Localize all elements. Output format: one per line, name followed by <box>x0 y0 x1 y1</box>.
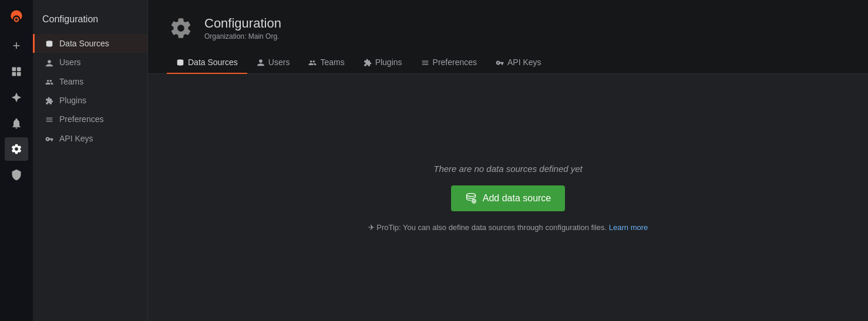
add-nav-button[interactable]: + <box>5 34 28 58</box>
datasource-tab-icon <box>176 58 184 67</box>
svg-rect-5 <box>12 72 16 76</box>
page-title: Configuration <box>204 16 281 31</box>
tab-plugins[interactable]: Plugins <box>354 52 412 74</box>
submenu-item-label: Plugins <box>59 96 86 105</box>
page-header-text: Configuration Organization: Main Org. <box>204 16 281 40</box>
tab-data-sources[interactable]: Data Sources <box>167 52 247 74</box>
teams-tab-icon <box>308 58 317 67</box>
sidebar-narrow: + <box>0 0 33 321</box>
plugins-submenu-icon <box>44 96 55 105</box>
tab-label: Users <box>268 58 290 67</box>
apikeys-submenu-icon <box>44 133 55 143</box>
server-admin-nav-button[interactable] <box>5 163 28 187</box>
dashboards-nav-button[interactable] <box>5 60 28 83</box>
add-button-label: Add data source <box>483 193 551 204</box>
learn-more-link[interactable]: Learn more <box>609 223 648 232</box>
svg-rect-4 <box>17 67 21 72</box>
no-data-message: There are no data sources defined yet <box>433 164 583 174</box>
submenu-item-teams[interactable]: Teams <box>33 72 147 91</box>
tab-api-keys[interactable]: API Keys <box>486 52 551 74</box>
datasource-submenu-icon <box>44 39 55 48</box>
main-content: Configuration Organization: Main Org. Da… <box>148 0 868 321</box>
page-subtitle: Organization: Main Org. <box>204 32 281 40</box>
users-submenu-icon <box>44 58 55 67</box>
svg-point-2 <box>15 18 18 21</box>
preferences-tab-icon <box>421 58 429 67</box>
svg-rect-3 <box>12 67 16 72</box>
page-header-icon <box>167 14 195 42</box>
tab-label: Teams <box>320 58 344 67</box>
users-tab-icon <box>257 58 265 67</box>
submenu-item-label: Users <box>59 58 81 67</box>
add-data-source-button[interactable]: Add data source <box>451 185 566 211</box>
protip-text: ✈ ProTip: You can also define data sourc… <box>368 223 648 232</box>
tab-preferences[interactable]: Preferences <box>412 52 486 74</box>
svg-rect-6 <box>17 72 21 76</box>
alerting-nav-button[interactable] <box>5 111 28 135</box>
preferences-submenu-icon <box>44 114 55 124</box>
submenu-item-plugins[interactable]: Plugins <box>33 91 147 110</box>
submenu-item-api-keys[interactable]: API Keys <box>33 129 147 147</box>
tab-label: API Keys <box>507 58 541 67</box>
page-header: Configuration Organization: Main Org. <box>148 0 868 42</box>
submenu-item-label: Data Sources <box>59 39 109 48</box>
apikeys-tab-icon <box>496 58 504 67</box>
submenu-item-label: API Keys <box>59 134 93 143</box>
tab-label: Preferences <box>433 58 477 67</box>
submenu-item-label: Preferences <box>59 114 103 124</box>
submenu-item-label: Teams <box>59 77 83 86</box>
submenu-title: Configuration <box>33 9 147 34</box>
tab-users[interactable]: Users <box>247 52 300 74</box>
app-logo[interactable] <box>5 5 28 28</box>
submenu-item-data-sources[interactable]: Data Sources <box>33 34 147 53</box>
config-submenu: Configuration Data Sources Users Teams P… <box>33 0 148 321</box>
explore-nav-button[interactable] <box>5 86 28 109</box>
tab-label: Plugins <box>375 58 402 67</box>
content-area: There are no data sources defined yet Ad… <box>148 74 868 321</box>
plugins-tab-icon <box>364 58 372 67</box>
tabs-bar: Data Sources Users Teams Plugins Prefere… <box>148 52 868 74</box>
submenu-item-users[interactable]: Users <box>33 53 147 72</box>
teams-submenu-icon <box>44 77 55 86</box>
svg-point-9 <box>466 193 475 196</box>
protip-prefix: ✈ ProTip: You can also define data sourc… <box>368 223 607 232</box>
configuration-nav-button[interactable] <box>5 137 28 161</box>
submenu-item-preferences[interactable]: Preferences <box>33 110 147 129</box>
tab-label: Data Sources <box>188 58 238 67</box>
tab-teams[interactable]: Teams <box>299 52 354 74</box>
